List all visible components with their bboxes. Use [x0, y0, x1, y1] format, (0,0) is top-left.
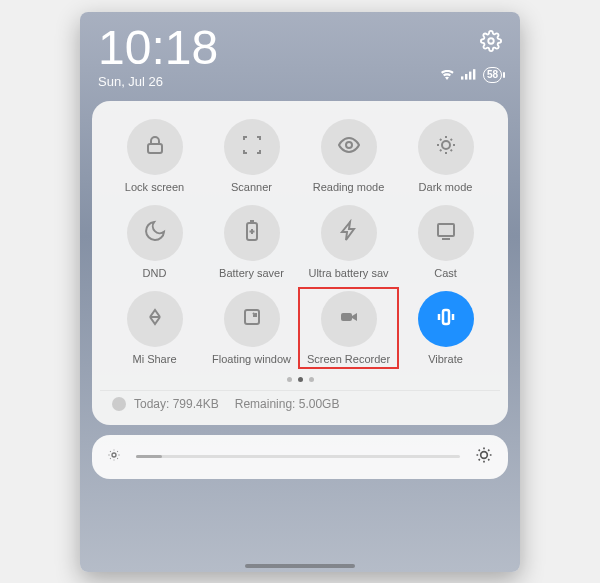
data-today: Today: 799.4KB	[134, 397, 219, 411]
data-remaining: Remaining: 5.00GB	[235, 397, 340, 411]
tile-dnd[interactable]: DND	[108, 205, 201, 279]
floating-window-icon	[240, 305, 264, 333]
svg-rect-4	[473, 69, 475, 79]
data-usage-row[interactable]: Today: 799.4KB Remaining: 5.00GB	[100, 390, 500, 417]
brightness-slider[interactable]	[92, 435, 508, 479]
tile-ultra-battery[interactable]: Ultra battery sav	[302, 205, 395, 279]
tile-label: Screen Recorder	[307, 353, 390, 365]
tile-label: DND	[143, 267, 167, 279]
tile-screen-recorder[interactable]: Screen Recorder	[302, 291, 395, 365]
tile-label: Ultra battery sav	[308, 267, 388, 279]
tile-label: Vibrate	[428, 353, 463, 365]
svg-point-6	[346, 142, 352, 148]
clock-time: 10:18	[98, 24, 218, 72]
eye-icon	[337, 133, 361, 161]
quick-settings-panel: Lock screen Scanner Reading mode Dark mo…	[92, 101, 508, 425]
tile-floating-windows[interactable]: Floating window	[205, 291, 298, 365]
cast-icon	[434, 219, 458, 247]
svg-point-7	[442, 141, 450, 149]
bolt-icon	[337, 219, 361, 247]
svg-point-14	[481, 451, 488, 458]
vibrate-icon	[434, 305, 458, 333]
tile-lock-screen[interactable]: Lock screen	[108, 119, 201, 193]
svg-rect-12	[443, 310, 449, 324]
dot	[309, 377, 314, 382]
tile-label: Mi Share	[132, 353, 176, 365]
page-indicator	[100, 377, 500, 382]
wifi-icon	[439, 66, 455, 84]
tile-scanner[interactable]: Scanner	[205, 119, 298, 193]
svg-rect-2	[465, 74, 467, 80]
settings-icon[interactable]	[480, 30, 502, 56]
clock-date: Sun, Jul 26	[98, 74, 218, 89]
tile-vibrate[interactable]: Vibrate	[399, 291, 492, 365]
tile-reading-mode[interactable]: Reading mode	[302, 119, 395, 193]
svg-rect-9	[438, 224, 454, 236]
svg-point-0	[488, 38, 494, 44]
tile-label: Reading mode	[313, 181, 385, 193]
tile-label: Battery saver	[219, 267, 284, 279]
svg-rect-11	[341, 313, 352, 321]
brightness-track[interactable]	[136, 455, 460, 458]
status-bar: 10:18 Sun, Jul 26 58	[92, 20, 508, 97]
tile-cast[interactable]: Cast	[399, 205, 492, 279]
moon-icon	[143, 219, 167, 247]
tile-battery-saver[interactable]: Battery saver	[205, 205, 298, 279]
tile-label: Floating window	[212, 353, 291, 365]
tile-label: Scanner	[231, 181, 272, 193]
lock-icon	[143, 133, 167, 161]
tile-mi-share[interactable]: Mi Share	[108, 291, 201, 365]
brightness-fill	[136, 455, 162, 458]
battery-plus-icon	[240, 219, 264, 247]
brightness-low-icon	[106, 447, 122, 467]
share-icon	[143, 305, 167, 333]
svg-rect-1	[461, 76, 463, 79]
dot	[287, 377, 292, 382]
tile-label: Lock screen	[125, 181, 184, 193]
tile-label: Dark mode	[419, 181, 473, 193]
tile-label: Cast	[434, 267, 457, 279]
tile-dark-mode[interactable]: Dark mode	[399, 119, 492, 193]
video-camera-icon	[337, 305, 361, 333]
svg-rect-5	[148, 144, 162, 153]
dark-mode-icon	[434, 133, 458, 161]
battery-indicator: 58	[483, 67, 502, 83]
data-usage-icon	[112, 397, 126, 411]
signal-icon	[461, 66, 477, 84]
svg-rect-3	[469, 71, 471, 79]
dot-active	[298, 377, 303, 382]
phone-frame: 10:18 Sun, Jul 26 58 Lock screen	[80, 12, 520, 572]
nav-home-indicator[interactable]	[245, 564, 355, 568]
svg-point-13	[112, 453, 116, 457]
brightness-high-icon	[474, 445, 494, 469]
scanner-icon	[240, 133, 264, 161]
